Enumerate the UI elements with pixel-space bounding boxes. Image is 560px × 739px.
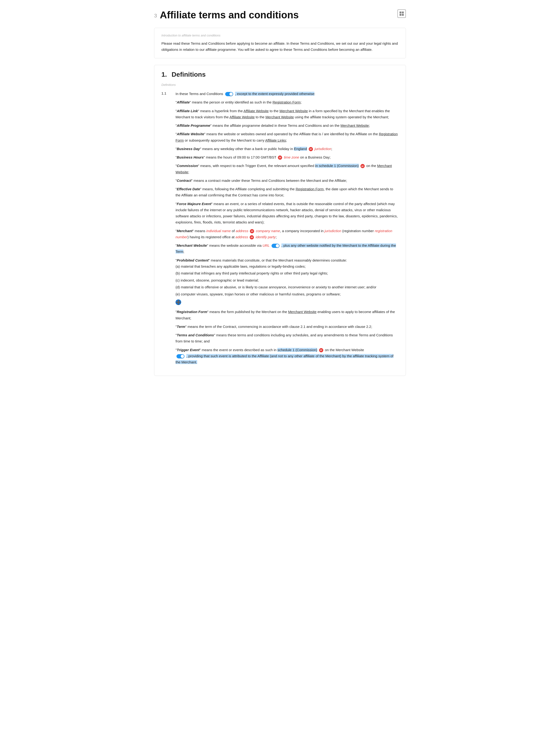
def-trigger-event: "Trigger Event" means the event or event…: [175, 347, 399, 365]
toggle-thumb-2: [276, 244, 279, 248]
term-merchant: Merchant: [177, 229, 192, 233]
def-affiliate-programme: "Affiliate Programme" means the affiliat…: [175, 123, 399, 129]
or-badge-6: or: [319, 348, 323, 352]
clause-intro-line: In these Terms and Conditions , except t…: [175, 91, 399, 97]
def-registration-form: "Registration Form" means the form publi…: [175, 309, 399, 321]
term-merchant-website: Merchant Website: [177, 244, 207, 248]
def-term: "Term" means the term of the Contract, c…: [175, 324, 399, 330]
toggle-track-3[interactable]: [176, 354, 184, 358]
clause-body: In these Terms and Conditions , except t…: [175, 91, 399, 367]
page-header: 3 Affiliate terms and conditions: [154, 9, 406, 21]
definitions-label: Definitions: [161, 83, 399, 87]
term-registration-form: Registration Form: [177, 310, 207, 314]
clause-1-1: 1.1 In these Terms and Conditions , exce…: [161, 91, 399, 367]
toggle-switch-1[interactable]: [225, 92, 233, 96]
def-business-hours: "Business Hours" means the hours of 09:0…: [175, 154, 399, 160]
term-affiliate-website: Affiliate Website: [177, 132, 204, 136]
def-contract: "Contract" means a contract made under t…: [175, 178, 399, 184]
toggle-thumb-1: [230, 93, 233, 96]
intro-section: Introduction to affiliate terms and cond…: [154, 28, 406, 58]
def-commission: "Commission" means, with respect to each…: [175, 163, 399, 175]
def-affiliate-link: "Affiliate Link" means a hyperlink from …: [175, 108, 399, 120]
clause-intro-highlighted: , except to the extent expressly provide…: [235, 92, 314, 96]
prohibited-content-list: (a) material that breaches any applicabl…: [175, 263, 399, 297]
section-title: Definitions: [171, 71, 205, 78]
grid-icon: [400, 11, 404, 16]
or-badge-5: or: [250, 235, 254, 240]
term-affiliate-programme: Affiliate Programme: [177, 124, 210, 128]
toggle-switch-3[interactable]: [176, 354, 184, 358]
list-item: (c) indecent, obscene, pornographic or l…: [175, 277, 399, 283]
term-prohibited-content: Prohibited Content: [177, 258, 208, 262]
list-item: (e) computer viruses, spyware, trojan ho…: [175, 291, 399, 297]
toggle-switch-2[interactable]: [272, 244, 280, 248]
list-item: (a) material that breaches any applicabl…: [175, 263, 399, 270]
page-number: 3: [154, 13, 157, 19]
list-item: (d) material that is offensive or abusiv…: [175, 284, 399, 290]
grid-view-button[interactable]: [397, 9, 406, 18]
term-term: Term: [177, 325, 185, 329]
def-affiliate: "Affiliate" means the person or entity i…: [175, 99, 399, 105]
term-commission: Commission: [177, 164, 198, 168]
term-affiliate: Affiliate: [177, 100, 190, 104]
toggle-thumb-3: [181, 355, 184, 358]
clause-intro-text: In these Terms and Conditions: [175, 92, 223, 96]
term-affiliate-link: Affiliate Link: [177, 109, 198, 113]
or-badge-4: or: [250, 229, 254, 233]
toggle-track-1[interactable]: [225, 92, 233, 96]
def-terms-and-conditions: "Terms and Conditions" means these terms…: [175, 332, 399, 344]
def-merchant-website: "Merchant Website" means the website acc…: [175, 243, 399, 255]
def-force-majeure: "Force Majeure Event" means an event, or…: [175, 201, 399, 226]
intro-text: Please read these Terms and Conditions b…: [161, 40, 399, 52]
add-item-button[interactable]: ➕: [175, 299, 181, 305]
page-title: Affiliate terms and conditions: [160, 9, 299, 21]
definitions-section: 1. Definitions Definitions 1.1 In these …: [154, 65, 406, 376]
list-item: (b) material that infringes any third pa…: [175, 270, 399, 276]
title-area: 3 Affiliate terms and conditions: [154, 9, 299, 21]
section-number: 1.: [161, 71, 167, 78]
intro-label: Introduction to affiliate terms and cond…: [161, 34, 399, 37]
clause-number: 1.1: [161, 91, 171, 367]
term-trigger-event: Trigger Event: [177, 348, 199, 352]
or-badge-3: or: [361, 164, 365, 168]
term-terms-and-conditions: Terms and Conditions: [177, 333, 214, 337]
def-merchant: "Merchant" means individual name of addr…: [175, 228, 399, 240]
def-business-day: "Business Day" means any weekday other t…: [175, 146, 399, 152]
def-affiliate-website: "Affiliate Website" means the website or…: [175, 131, 399, 143]
or-badge-2: or: [278, 155, 282, 160]
def-prohibited-content: "Prohibited Content" means materials tha…: [175, 257, 399, 307]
term-business-day: Business Day: [177, 147, 200, 151]
def-effective-date: "Effective Date" means, following the Af…: [175, 186, 399, 198]
definitions-heading: 1. Definitions: [161, 71, 399, 78]
or-badge-1: or: [309, 147, 313, 151]
term-business-hours: Business Hours: [177, 155, 203, 159]
toggle-track-2[interactable]: [272, 244, 280, 248]
term-contract: Contract: [177, 178, 191, 182]
term-effective-date: Effective Date: [177, 187, 200, 191]
term-force-majeure: Force Majeure Event: [177, 202, 211, 206]
